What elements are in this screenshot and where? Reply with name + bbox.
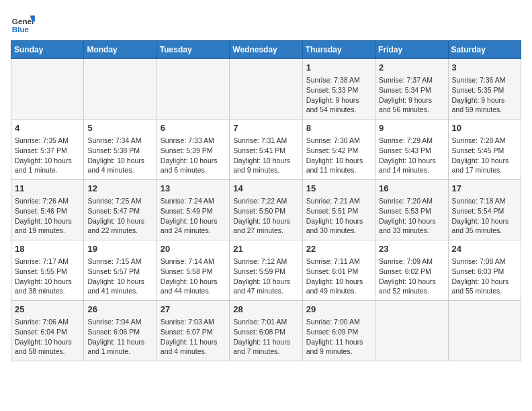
table-cell: 16Sunrise: 7:20 AM Sunset: 5:53 PM Dayli… (375, 180, 448, 240)
day-info: Sunrise: 7:15 AM Sunset: 5:57 PM Dayligh… (87, 257, 152, 296)
day-info: Sunrise: 7:36 AM Sunset: 5:35 PM Dayligh… (452, 75, 517, 115)
table-cell: 20Sunrise: 7:14 AM Sunset: 5:58 PM Dayli… (157, 240, 229, 301)
day-number: 26 (87, 304, 152, 316)
day-number: 4 (15, 122, 80, 134)
day-info: Sunrise: 7:25 AM Sunset: 5:47 PM Dayligh… (87, 196, 152, 236)
day-info: Sunrise: 7:38 AM Sunset: 5:33 PM Dayligh… (306, 75, 371, 115)
day-info: Sunrise: 7:03 AM Sunset: 6:07 PM Dayligh… (161, 317, 226, 357)
table-cell: 3Sunrise: 7:36 AM Sunset: 5:35 PM Daylig… (448, 59, 521, 120)
day-number: 20 (161, 243, 226, 255)
calendar-table: Sunday Monday Tuesday Wednesday Thursday… (11, 40, 521, 361)
day-info: Sunrise: 7:17 AM Sunset: 5:55 PM Dayligh… (15, 257, 80, 296)
col-sunday: Sunday (11, 41, 84, 59)
col-monday: Monday (84, 41, 157, 59)
table-cell: 14Sunrise: 7:22 AM Sunset: 5:50 PM Dayli… (230, 180, 302, 240)
day-info: Sunrise: 7:06 AM Sunset: 6:04 PM Dayligh… (15, 317, 80, 357)
day-info: Sunrise: 7:18 AM Sunset: 5:54 PM Dayligh… (452, 196, 517, 236)
day-info: Sunrise: 7:24 AM Sunset: 5:49 PM Dayligh… (161, 196, 226, 236)
table-cell: 13Sunrise: 7:24 AM Sunset: 5:49 PM Dayli… (157, 180, 229, 240)
day-info: Sunrise: 7:08 AM Sunset: 6:03 PM Dayligh… (452, 257, 517, 296)
svg-text:Blue: Blue (12, 25, 30, 34)
col-saturday: Saturday (448, 41, 521, 59)
day-number: 21 (233, 243, 298, 255)
table-cell (375, 301, 448, 361)
page-header: General Blue (11, 11, 521, 35)
day-info: Sunrise: 7:26 AM Sunset: 5:46 PM Dayligh… (15, 196, 80, 236)
calendar-row: 25Sunrise: 7:06 AM Sunset: 6:04 PM Dayli… (11, 301, 521, 361)
day-number: 23 (379, 243, 444, 255)
calendar-row: 4Sunrise: 7:35 AM Sunset: 5:37 PM Daylig… (11, 120, 521, 180)
table-cell: 27Sunrise: 7:03 AM Sunset: 6:07 PM Dayli… (157, 301, 229, 361)
day-number: 5 (87, 122, 152, 134)
col-thursday: Thursday (302, 41, 375, 59)
table-cell (157, 59, 229, 120)
day-number: 19 (87, 243, 152, 255)
table-cell: 22Sunrise: 7:11 AM Sunset: 6:01 PM Dayli… (302, 240, 375, 301)
table-cell: 8Sunrise: 7:30 AM Sunset: 5:42 PM Daylig… (302, 120, 375, 180)
table-cell (230, 59, 302, 120)
logo: General Blue (11, 11, 38, 35)
day-number: 25 (15, 304, 80, 316)
day-number: 14 (233, 183, 298, 195)
calendar-row: 11Sunrise: 7:26 AM Sunset: 5:46 PM Dayli… (11, 180, 521, 240)
day-number: 8 (306, 122, 371, 134)
calendar-row: 1Sunrise: 7:38 AM Sunset: 5:33 PM Daylig… (11, 59, 521, 120)
table-cell: 26Sunrise: 7:04 AM Sunset: 6:06 PM Dayli… (84, 301, 157, 361)
day-number: 16 (379, 183, 444, 195)
table-cell: 6Sunrise: 7:33 AM Sunset: 5:39 PM Daylig… (157, 120, 229, 180)
day-number: 12 (87, 183, 152, 195)
table-cell: 5Sunrise: 7:34 AM Sunset: 5:38 PM Daylig… (84, 120, 157, 180)
calendar-header: Sunday Monday Tuesday Wednesday Thursday… (11, 41, 521, 59)
table-cell: 9Sunrise: 7:29 AM Sunset: 5:43 PM Daylig… (375, 120, 448, 180)
day-info: Sunrise: 7:09 AM Sunset: 6:02 PM Dayligh… (379, 257, 444, 296)
table-cell: 10Sunrise: 7:28 AM Sunset: 5:45 PM Dayli… (448, 120, 521, 180)
table-cell: 24Sunrise: 7:08 AM Sunset: 6:03 PM Dayli… (448, 240, 521, 301)
day-info: Sunrise: 7:22 AM Sunset: 5:50 PM Dayligh… (233, 196, 298, 236)
day-number: 6 (161, 122, 226, 134)
day-info: Sunrise: 7:14 AM Sunset: 5:58 PM Dayligh… (161, 257, 226, 296)
day-info: Sunrise: 7:28 AM Sunset: 5:45 PM Dayligh… (452, 136, 517, 175)
day-number: 1 (306, 62, 371, 74)
day-number: 29 (306, 304, 371, 316)
table-cell: 29Sunrise: 7:00 AM Sunset: 6:09 PM Dayli… (302, 301, 375, 361)
table-cell (84, 59, 157, 120)
day-info: Sunrise: 7:20 AM Sunset: 5:53 PM Dayligh… (379, 196, 444, 236)
day-info: Sunrise: 7:31 AM Sunset: 5:41 PM Dayligh… (233, 136, 298, 175)
header-row: Sunday Monday Tuesday Wednesday Thursday… (11, 41, 521, 59)
table-cell (11, 59, 84, 120)
table-cell: 12Sunrise: 7:25 AM Sunset: 5:47 PM Dayli… (84, 180, 157, 240)
col-tuesday: Tuesday (157, 41, 229, 59)
table-cell: 28Sunrise: 7:01 AM Sunset: 6:08 PM Dayli… (230, 301, 302, 361)
table-cell: 7Sunrise: 7:31 AM Sunset: 5:41 PM Daylig… (230, 120, 302, 180)
day-number: 13 (161, 183, 226, 195)
table-cell: 21Sunrise: 7:12 AM Sunset: 5:59 PM Dayli… (230, 240, 302, 301)
day-info: Sunrise: 7:35 AM Sunset: 5:37 PM Dayligh… (15, 136, 80, 175)
calendar-body: 1Sunrise: 7:38 AM Sunset: 5:33 PM Daylig… (11, 59, 521, 361)
day-info: Sunrise: 7:29 AM Sunset: 5:43 PM Dayligh… (379, 136, 444, 175)
table-cell (448, 301, 521, 361)
table-cell: 23Sunrise: 7:09 AM Sunset: 6:02 PM Dayli… (375, 240, 448, 301)
day-info: Sunrise: 7:33 AM Sunset: 5:39 PM Dayligh… (161, 136, 226, 175)
table-cell: 18Sunrise: 7:17 AM Sunset: 5:55 PM Dayli… (11, 240, 84, 301)
day-number: 3 (452, 62, 517, 74)
col-wednesday: Wednesday (230, 41, 302, 59)
col-friday: Friday (375, 41, 448, 59)
calendar-row: 18Sunrise: 7:17 AM Sunset: 5:55 PM Dayli… (11, 240, 521, 301)
table-cell: 4Sunrise: 7:35 AM Sunset: 5:37 PM Daylig… (11, 120, 84, 180)
day-info: Sunrise: 7:00 AM Sunset: 6:09 PM Dayligh… (306, 317, 371, 357)
table-cell: 11Sunrise: 7:26 AM Sunset: 5:46 PM Dayli… (11, 180, 84, 240)
day-number: 18 (15, 243, 80, 255)
day-number: 27 (161, 304, 226, 316)
day-number: 24 (452, 243, 517, 255)
table-cell: 2Sunrise: 7:37 AM Sunset: 5:34 PM Daylig… (375, 59, 448, 120)
table-cell: 17Sunrise: 7:18 AM Sunset: 5:54 PM Dayli… (448, 180, 521, 240)
day-number: 9 (379, 122, 444, 134)
table-cell: 25Sunrise: 7:06 AM Sunset: 6:04 PM Dayli… (11, 301, 84, 361)
day-number: 28 (233, 304, 298, 316)
day-number: 2 (379, 62, 444, 74)
day-number: 11 (15, 183, 80, 195)
day-info: Sunrise: 7:11 AM Sunset: 6:01 PM Dayligh… (306, 257, 371, 296)
day-info: Sunrise: 7:34 AM Sunset: 5:38 PM Dayligh… (87, 136, 152, 175)
table-cell: 1Sunrise: 7:38 AM Sunset: 5:33 PM Daylig… (302, 59, 375, 120)
table-cell: 19Sunrise: 7:15 AM Sunset: 5:57 PM Dayli… (84, 240, 157, 301)
